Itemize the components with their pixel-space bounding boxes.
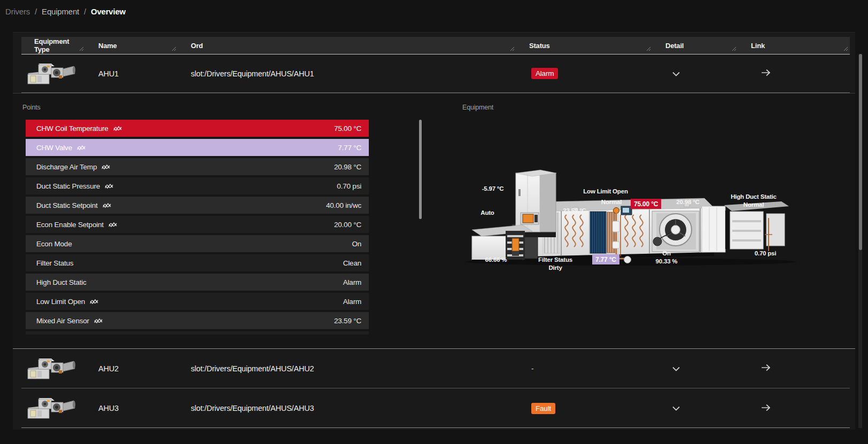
oa-temp-label: -5.97 °C <box>471 185 514 193</box>
high-duct-value: Normal <box>722 201 786 209</box>
column-resize-handle-icon[interactable] <box>646 45 651 53</box>
column-resize-handle-icon[interactable] <box>732 45 737 53</box>
breadcrumb-item-drivers[interactable]: Drivers <box>5 7 30 16</box>
detail-cell <box>653 404 738 412</box>
point-value: 0.70 psi <box>337 182 361 190</box>
ahu1-detail-pane: Points CHW Coil Temperature 75.00 °C CHW… <box>13 93 855 349</box>
column-header-equipment-type[interactable]: Equipment Type <box>21 37 86 54</box>
point-value: On <box>352 240 361 248</box>
trend-chart-icon[interactable] <box>113 125 122 131</box>
arrow-right-icon <box>761 403 771 412</box>
status-cell: - <box>516 363 653 374</box>
status-badge: Fault <box>531 403 555 414</box>
filter-status-title: Filter Status <box>523 256 587 264</box>
points-panel-title: Points <box>22 104 41 111</box>
column-header-detail[interactable]: Detail <box>653 37 738 54</box>
equipment-type-cell <box>21 396 86 420</box>
points-row-mixed-air-sensor[interactable]: Mixed Air Sensor 23.59 °C <box>26 312 369 329</box>
column-header-name[interactable]: Name <box>86 37 178 54</box>
breadcrumb-item-equipment[interactable]: Equipment <box>42 7 79 16</box>
trend-chart-icon[interactable] <box>105 183 113 189</box>
trend-chart-icon[interactable] <box>77 144 86 151</box>
trend-chart-icon[interactable] <box>102 163 110 170</box>
point-value: Clean <box>343 259 361 267</box>
breadcrumb-separator: / <box>35 7 37 16</box>
trend-chart-icon[interactable] <box>90 298 98 305</box>
column-resize-handle-icon[interactable] <box>172 45 176 53</box>
table-row-ahu3[interactable]: AHU3 slot:/Drivers/Equipment/AHUS/AHU3 F… <box>21 389 850 428</box>
equipment-table: Equipment Type Name Ord Status Detail Li… <box>13 32 855 430</box>
column-header-link[interactable]: Link <box>738 37 850 54</box>
trend-chart-icon[interactable] <box>94 317 103 324</box>
point-value: 40.00 in/wc <box>326 201 361 209</box>
ahu-diagram: -5.97 °C Auto 66.66 % Filter Status Dirt… <box>433 161 844 348</box>
points-row-duct-static-setpoint[interactable]: Duct Static Setpoint 40.00 in/wc <box>26 197 369 214</box>
detail-expand-button[interactable] <box>672 72 680 76</box>
equipment-type-cell <box>21 61 86 86</box>
table-row-ahu2[interactable]: AHU2 slot:/Drivers/Equipment/AHUS/AHU2 - <box>21 349 850 388</box>
table-row-ahu1[interactable]: AHU1 slot:/Drivers/Equipment/AHUS/AHU1 A… <box>21 54 850 93</box>
column-header-label: Ord <box>191 42 203 50</box>
column-header-label: Equipment Type <box>34 37 86 53</box>
fan-speed-value: 90.33 % <box>645 258 688 266</box>
link-cell <box>738 68 850 79</box>
arrow-right-icon <box>761 363 771 372</box>
equipment-ord: slot:/Drivers/Equipment/AHUS/AHU3 <box>178 404 516 412</box>
points-row-econ-enable-setpoint[interactable]: Econ Enable Setpoint 20.00 °C <box>26 216 369 233</box>
status-badge: Alarm <box>531 68 558 79</box>
point-value: 20.00 °C <box>334 221 361 229</box>
table-header-row: Equipment Type Name Ord Status Detail Li… <box>21 37 850 54</box>
point-value: Alarm <box>343 298 361 306</box>
duct-pressure-label: 0.70 psi <box>744 250 787 258</box>
open-link-button[interactable] <box>761 363 771 372</box>
breadcrumb-separator: / <box>84 7 86 16</box>
column-header-label: Detail <box>665 42 684 50</box>
column-header-label: Name <box>98 42 117 50</box>
column-resize-handle-icon[interactable] <box>79 45 84 53</box>
equipment-name: AHU1 <box>86 69 178 78</box>
link-cell <box>738 403 850 414</box>
column-header-ord[interactable]: Ord <box>178 37 516 54</box>
points-row-chw-coil-temperature[interactable]: CHW Coil Temperature 75.00 °C <box>26 120 369 137</box>
equipment-ord: slot:/Drivers/Equipment/AHUS/AHU1 <box>178 69 516 78</box>
point-label: Mixed Air Sensor <box>36 317 89 325</box>
points-row-low-limit-open[interactable]: Low Limit Open Alarm <box>26 293 369 310</box>
page-scrollbar[interactable] <box>858 54 862 428</box>
equipment-ord: slot:/Drivers/Equipment/AHUS/AHU2 <box>178 364 516 373</box>
ahu-thumbnail-icon <box>26 396 77 420</box>
ahu-thumbnail-icon <box>26 61 77 86</box>
detail-expand-button[interactable] <box>672 406 680 411</box>
detail-expand-button[interactable] <box>672 367 680 371</box>
high-duct-title: High Duct Static <box>722 193 786 201</box>
open-link-button[interactable] <box>761 403 771 412</box>
page-scrollbar-thumb[interactable] <box>859 54 862 250</box>
trend-chart-icon[interactable] <box>108 221 117 228</box>
points-row-duct-static-pressure[interactable]: Duct Static Pressure 0.70 psi <box>26 177 369 194</box>
column-resize-handle-icon[interactable] <box>510 45 515 53</box>
column-header-status[interactable]: Status <box>516 37 653 54</box>
points-row-clipped[interactable]: OA Wall Sensor <box>26 331 369 334</box>
points-row-chw-valve[interactable]: CHW Valve 7.77 °C <box>26 139 369 156</box>
points-scrollbar-thumb[interactable] <box>419 120 422 219</box>
chevron-down-icon <box>672 72 680 76</box>
points-row-high-duct-static[interactable]: High Duct Static Alarm <box>26 274 369 291</box>
points-row-discharge-air-temp[interactable]: Discharge Air Temp 20.98 °C <box>26 158 369 175</box>
detail-cell <box>653 69 738 78</box>
discharge-temp-label: 20.98 °C <box>666 198 709 206</box>
column-resize-handle-icon[interactable] <box>843 45 848 53</box>
trend-chart-icon[interactable] <box>103 202 111 208</box>
point-value: 7.77 °C <box>338 144 361 152</box>
points-row-filter-status[interactable]: Filter Status Clean <box>26 254 369 271</box>
point-label: CHW Coil Temperature <box>36 124 108 133</box>
points-scrollbar[interactable] <box>419 120 422 328</box>
point-label: Discharge Air Temp <box>36 163 97 171</box>
breadcrumb-item-overview[interactable]: Overview <box>91 7 126 16</box>
arrow-right-icon <box>761 68 771 77</box>
points-row-econ-mode[interactable]: Econ Mode On <box>26 235 369 252</box>
open-link-button[interactable] <box>761 68 771 77</box>
point-label: Filter Status <box>36 259 73 267</box>
point-label: Low Limit Open <box>36 298 85 306</box>
status-cell: Fault <box>516 403 653 414</box>
column-header-label: Status <box>529 42 550 50</box>
chevron-down-icon <box>672 406 680 411</box>
